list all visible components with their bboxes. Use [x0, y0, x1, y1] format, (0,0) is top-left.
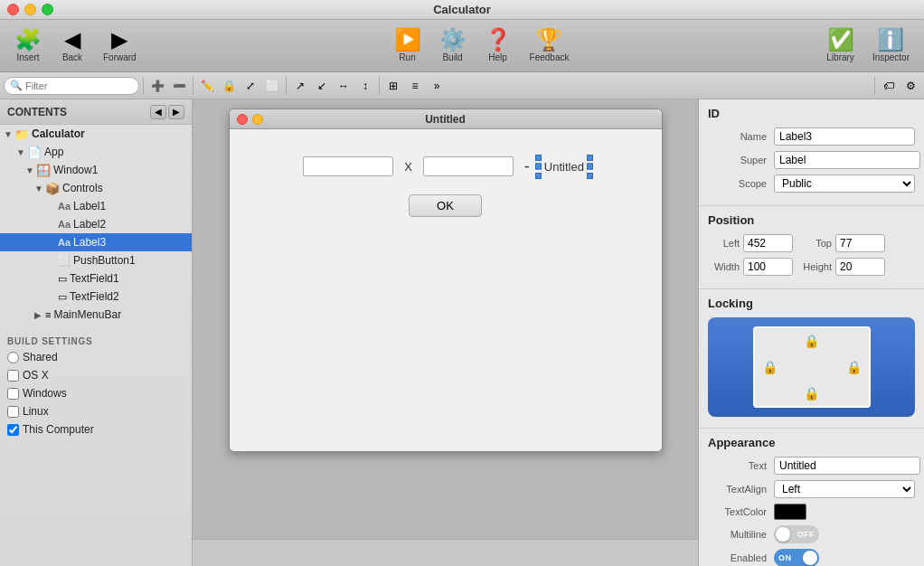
tree-item-label1[interactable]: Aa Label1	[0, 197, 192, 215]
tree-item-mainmenubar[interactable]: ▶ ≡ MainMenuBar	[0, 306, 192, 324]
insp-height-input[interactable]	[835, 258, 885, 276]
enabled-toggle[interactable]: ON	[774, 549, 819, 566]
enabled-toggle-thumb	[803, 551, 817, 565]
tree-item-textfield2[interactable]: ▭ TextField2	[0, 288, 192, 306]
window-controls	[7, 4, 53, 15]
canvas-input-left[interactable]	[303, 156, 393, 176]
separator2	[193, 77, 193, 95]
move-btn1[interactable]: ↗	[290, 76, 310, 96]
lock-top-icon: 🔒	[804, 334, 819, 348]
expand-btn[interactable]: ⤢	[240, 76, 260, 96]
help-button[interactable]: ❓ Help	[477, 25, 519, 66]
insp-scope-label: Scope	[708, 178, 767, 189]
insp-textcolor-swatch[interactable]	[774, 504, 806, 520]
tree-item-textfield1[interactable]: ▭ TextField1	[0, 269, 192, 288]
tree-item-calculator[interactable]: ▼ 📁 Calculator	[0, 125, 192, 143]
shared-item[interactable]: Shared	[0, 348, 192, 366]
insp-multiline-row: Multiline OFF	[708, 525, 915, 543]
library-button[interactable]: ✅ Library	[819, 25, 862, 66]
this-computer-item[interactable]: This Computer	[0, 420, 192, 439]
insp-width-input[interactable]	[743, 258, 793, 276]
minimize-button[interactable]	[24, 4, 36, 15]
edit-icon-btn[interactable]: ✏️	[197, 76, 217, 96]
flip-h-btn[interactable]: ↔	[334, 76, 354, 96]
multiline-toggle-thumb	[776, 527, 790, 542]
canvas-ok-button[interactable]: OK	[409, 194, 482, 217]
canvas-window: Untitled X -	[229, 108, 663, 452]
back-button[interactable]: ◀ Back	[52, 25, 92, 66]
osx-item[interactable]: OS X	[0, 366, 192, 384]
linux-item[interactable]: Linux	[0, 402, 192, 420]
canvas-x-label: X	[404, 160, 412, 174]
insp-text-input[interactable]	[774, 457, 920, 475]
maximize-button[interactable]	[42, 4, 53, 15]
lock-right-icon: 🔒	[846, 360, 862, 374]
insp-left-input[interactable]	[743, 234, 793, 252]
canvas-input-right[interactable]	[423, 156, 514, 176]
run-button[interactable]: ▶️ Run	[387, 25, 429, 66]
nav-back-btn[interactable]: ◀	[150, 105, 166, 119]
badge-btn[interactable]: 🏷	[879, 76, 899, 96]
filter-box[interactable]: 🔍	[4, 77, 139, 95]
filter-input[interactable]	[25, 80, 134, 91]
canvas-area: Untitled X -	[193, 99, 698, 566]
insp-enabled-row: Enabled ON	[708, 549, 915, 566]
insp-multiline-label: Multiline	[708, 529, 767, 540]
insp-top-label: Top	[800, 238, 832, 249]
more-btn[interactable]: »	[427, 76, 447, 96]
search-icon: 🔍	[10, 80, 23, 91]
forward-button[interactable]: ▶ Forward	[96, 25, 144, 66]
window-title: Calculator	[433, 3, 491, 16]
canvas-selected-label-container[interactable]: Untitled	[541, 160, 588, 174]
flip-v-btn[interactable]: ↕	[355, 76, 375, 96]
insp-appearance-section: Appearance Text ✏ TextAlign Left Center …	[699, 429, 924, 566]
lock-bottom-icon: 🔒	[804, 386, 819, 401]
nav-forward-btn[interactable]: ▶	[168, 105, 184, 119]
remove-button[interactable]: ➖	[169, 76, 189, 96]
windows-item[interactable]: Windows	[0, 384, 192, 402]
insp-textalign-select[interactable]: Left Center Right	[774, 480, 915, 498]
gear-btn[interactable]: ⚙	[900, 76, 920, 96]
add-button[interactable]: ➕	[147, 76, 167, 96]
close-button[interactable]	[7, 4, 19, 15]
insp-textcolor-row: TextColor	[708, 504, 915, 520]
forward-icon: ▶	[111, 29, 127, 51]
tree-item-label3[interactable]: Aa Label3	[0, 233, 192, 251]
insp-textalign-label: TextAlign	[708, 484, 767, 495]
resize-btn[interactable]: ⊞	[383, 76, 403, 96]
insp-scope-select[interactable]: Public Private Protected	[774, 175, 915, 193]
tree-item-window1[interactable]: ▼ 🪟 Window1	[0, 161, 192, 179]
align-left-btn[interactable]: ≡	[405, 76, 425, 96]
insp-enabled-label: Enabled	[708, 552, 767, 563]
inspector-panel: ID Name Label3 Super ✏ Scope Public Priv…	[698, 99, 924, 566]
library-icon: ✅	[827, 29, 854, 51]
align-btn[interactable]: ⬜	[262, 76, 282, 96]
tree-item-app[interactable]: ▼ 📄 App	[0, 143, 192, 161]
sidebar-header: CONTENTS ◀ ▶	[0, 99, 192, 125]
tree-item-pushbutton1[interactable]: ⬜ PushButton1	[0, 251, 192, 269]
canvas-titlebar: Untitled	[230, 109, 662, 129]
tree-item-label2[interactable]: Aa Label2	[0, 215, 192, 233]
canvas-close-btn[interactable]	[237, 114, 248, 125]
canvas-min-btn[interactable]	[252, 114, 263, 125]
insp-top-group: Top	[800, 234, 885, 252]
insp-text-label: Text	[708, 460, 767, 471]
insert-button[interactable]: 🧩 Insert	[7, 25, 49, 66]
tree-item-controls[interactable]: ▼ 📦 Controls	[0, 179, 192, 197]
canvas-body: X -	[230, 129, 662, 437]
multiline-toggle[interactable]: OFF	[774, 525, 819, 543]
secondary-toolbar: 🔍 ➕ ➖ ✏️ 🔒 ⤢ ⬜ ↗ ↙ ↔ ↕ ⊞ ≡ » 🏷 ⚙	[0, 72, 924, 99]
inspector-button[interactable]: ℹ️ Inspector	[865, 25, 917, 66]
build-button[interactable]: ⚙️ Build	[432, 25, 474, 66]
move-btn2[interactable]: ↙	[312, 76, 332, 96]
lock-btn[interactable]: 🔒	[219, 76, 239, 96]
locking-widget[interactable]: 🔒 🔒 🔒 🔒	[708, 317, 915, 417]
insp-top-input[interactable]	[835, 234, 885, 252]
insp-pos-row1: Left Top	[708, 234, 915, 252]
feedback-button[interactable]: 🏆 Feedback	[523, 25, 577, 66]
insp-width-label: Width	[708, 261, 740, 272]
canvas-scroll[interactable]: Untitled X -	[193, 99, 698, 539]
canvas-minus-label: -	[524, 157, 530, 176]
insp-super-input[interactable]	[774, 151, 920, 169]
insp-name-label: Name	[708, 131, 767, 142]
